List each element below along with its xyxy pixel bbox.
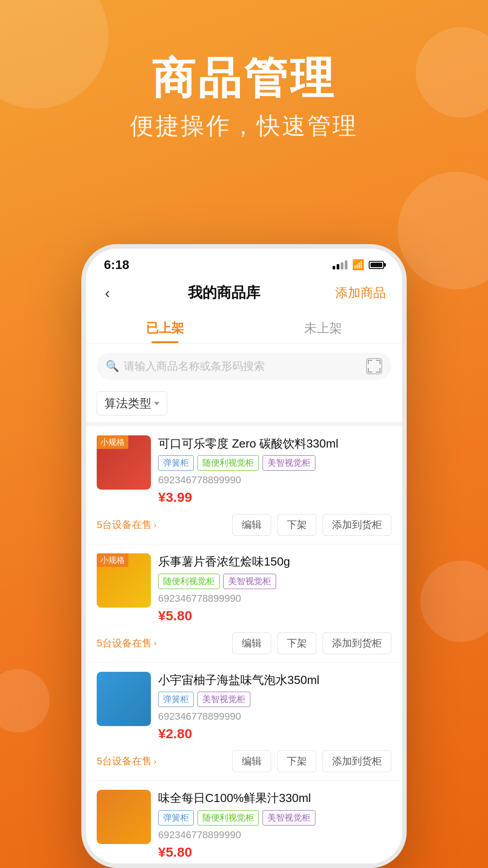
product-item: 小规格 可口可乐零度 Zero 碳酸饮料330ml 弹簧柜 随便利视觉柜 美智视…	[86, 426, 402, 544]
back-button[interactable]: ‹	[102, 281, 113, 304]
product-info: 小宇宙柚子海盐味气泡水350ml 弹簧柜 美智视觉柜 6923467788999…	[158, 672, 391, 746]
product-name: 小宇宙柚子海盐味气泡水350ml	[158, 672, 391, 688]
bg-circle-4	[420, 561, 488, 642]
status-bar: 6:18 📶	[86, 249, 402, 277]
battery-icon	[369, 261, 384, 269]
product-labels: 随便利视觉柜 美智视觉柜	[158, 574, 391, 589]
product-tag: 小规格	[97, 553, 128, 567]
action-buttons: 编辑 下架 添加到货柜	[232, 514, 391, 536]
search-bar[interactable]: 🔍 请输入商品名称或条形码搜索	[97, 353, 391, 380]
chevron-right-icon: ›	[154, 520, 156, 530]
search-input[interactable]: 请输入商品名称或条形码搜索	[124, 359, 361, 373]
delist-button[interactable]: 下架	[277, 750, 316, 772]
product-name: 可口可乐零度 Zero 碳酸饮料330ml	[158, 435, 391, 452]
product-labels: 弹簧柜 随便利视觉柜 美智视觉柜	[158, 455, 391, 471]
product-sku: 692346778899990	[158, 593, 391, 604]
product-price: ¥5.80	[158, 844, 391, 860]
product-footer: 5台设备在售 › 编辑 下架 添加到货柜	[97, 750, 391, 772]
product-label-green: 随便利视觉柜	[197, 810, 259, 826]
filter-label: 算法类型	[104, 396, 151, 411]
product-label-purple: 美智视觉柜	[263, 455, 315, 471]
header-section: 商品管理 便捷操作，快速管理	[0, 0, 488, 169]
devices-count: 5台设备在售 ›	[97, 518, 156, 532]
add-to-cabinet-button[interactable]: 添加到货柜	[323, 632, 391, 654]
product-label-blue: 弹簧柜	[158, 810, 194, 826]
nav-title: 我的商品库	[188, 283, 260, 303]
product-labels: 弹簧柜 美智视觉柜	[158, 692, 391, 707]
tab-on-shelf[interactable]: 已上架	[86, 311, 244, 343]
product-label-purple: 美智视觉柜	[263, 810, 315, 826]
product-image-wrap	[97, 672, 151, 746]
product-footer: 5台设备在售 › 编辑 下架 添加到货柜	[97, 514, 391, 536]
action-buttons: 编辑 下架 添加到货柜	[232, 750, 391, 772]
add-product-button[interactable]: 添加商品	[335, 284, 386, 302]
action-buttons: 编辑 下架 添加到货柜	[232, 632, 391, 654]
product-list: 小规格 可口可乐零度 Zero 碳酸饮料330ml 弹簧柜 随便利视觉柜 美智视…	[86, 426, 402, 868]
delist-button[interactable]: 下架	[277, 514, 316, 536]
bg-circle-3	[398, 172, 488, 289]
product-info: 可口可乐零度 Zero 碳酸饮料330ml 弹簧柜 随便利视觉柜 美智视觉柜 6…	[158, 435, 391, 509]
product-labels: 弹簧柜 随便利视觉柜 美智视觉柜	[158, 810, 391, 826]
product-item: 味全每日C100%鲜果汁330ml 弹簧柜 随便利视觉柜 美智视觉柜 69234…	[86, 781, 402, 868]
product-name: 味全每日C100%鲜果汁330ml	[158, 790, 391, 806]
product-info: 乐事薯片香浓红烩味150g 随便利视觉柜 美智视觉柜 6923467788999…	[158, 553, 391, 627]
product-image-wrap: 小规格	[97, 553, 151, 627]
devices-count: 5台设备在售 ›	[97, 637, 156, 650]
product-info: 味全每日C100%鲜果汁330ml 弹簧柜 随便利视觉柜 美智视觉柜 69234…	[158, 790, 391, 864]
product-name: 乐事薯片香浓红烩味150g	[158, 553, 391, 570]
edit-button[interactable]: 编辑	[232, 632, 271, 654]
filter-row: 算法类型	[86, 385, 402, 422]
product-image	[97, 790, 151, 844]
tab-off-shelf[interactable]: 未上架	[244, 311, 402, 343]
product-label-green: 随便利视觉柜	[158, 574, 220, 589]
tabs-bar: 已上架 未上架	[86, 311, 402, 344]
product-price: ¥5.80	[158, 608, 391, 623]
wifi-icon: 📶	[352, 259, 364, 271]
phone-shell: 6:18 📶 ‹ 我的商品库 添加商品 已	[81, 244, 407, 868]
chevron-right-icon: ›	[154, 757, 156, 766]
delist-button[interactable]: 下架	[277, 632, 316, 654]
product-image-wrap: 小规格	[97, 435, 151, 509]
devices-count: 5台设备在售 ›	[97, 755, 156, 768]
status-icons: 📶	[333, 259, 384, 271]
phone-mockup: 6:18 📶 ‹ 我的商品库 添加商品 已	[81, 244, 407, 868]
product-label-green: 随便利视觉柜	[197, 455, 259, 471]
edit-button[interactable]: 编辑	[232, 750, 271, 772]
nav-bar: ‹ 我的商品库 添加商品	[86, 277, 402, 311]
chevron-right-icon: ›	[154, 638, 156, 648]
product-image-wrap	[97, 790, 151, 864]
edit-button[interactable]: 编辑	[232, 514, 271, 536]
product-sku: 692346778899990	[158, 829, 391, 841]
product-label-blue: 弹簧柜	[158, 455, 194, 471]
filter-arrow-icon	[154, 402, 160, 406]
add-to-cabinet-button[interactable]: 添加到货柜	[323, 750, 391, 772]
search-icon: 🔍	[106, 360, 119, 373]
product-image	[97, 672, 151, 726]
page-title: 商品管理	[0, 54, 488, 102]
product-sku: 692346778899990	[158, 711, 391, 722]
filter-button[interactable]: 算法类型	[97, 392, 167, 415]
product-label-purple: 美智视觉柜	[223, 574, 276, 589]
scan-icon[interactable]	[366, 358, 382, 374]
product-sku: 692346778899990	[158, 474, 391, 486]
product-item: 小规格 乐事薯片香浓红烩味150g 随便利视觉柜 美智视觉柜 692346778…	[86, 544, 402, 662]
bg-circle-5	[0, 669, 50, 732]
product-footer: 5台设备在售 › 编辑 下架 添加到货柜	[97, 632, 391, 654]
product-tag: 小规格	[97, 435, 128, 449]
add-to-cabinet-button[interactable]: 添加到货柜	[323, 514, 391, 536]
signal-icon	[333, 260, 347, 269]
product-label-blue: 弹簧柜	[158, 692, 194, 707]
divider	[86, 422, 402, 426]
product-price: ¥3.99	[158, 490, 391, 505]
status-time: 6:18	[104, 258, 129, 272]
product-label-purple: 美智视觉柜	[197, 692, 250, 707]
page-subtitle: 便捷操作，快速管理	[0, 110, 488, 142]
product-item: 小宇宙柚子海盐味气泡水350ml 弹簧柜 美智视觉柜 6923467788999…	[86, 663, 402, 781]
product-price: ¥2.80	[158, 726, 391, 741]
